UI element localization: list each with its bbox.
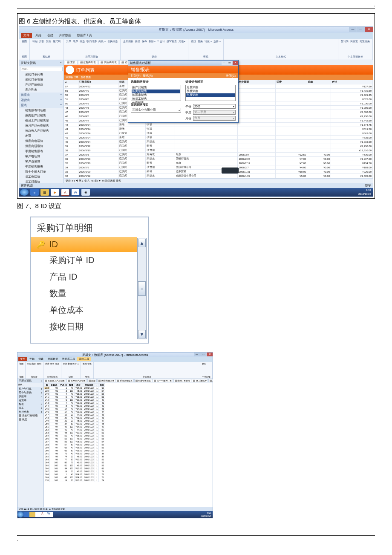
start-button[interactable] — [20, 189, 29, 196]
s3-row[interactable]: 247931920¥7.002006/1/22-145 — [44, 413, 105, 416]
spelling-button[interactable]: 拼写检查 — [167, 40, 177, 43]
taskbar-access-icon[interactable]: A — [61, 189, 69, 196]
new-button[interactable]: 新建 — [135, 40, 140, 43]
nav-item[interactable]: 产品详细信息 — [19, 82, 63, 87]
s3-search-input[interactable]: 搜索... — [18, 383, 43, 387]
s3-record-nav[interactable]: 记录: ⏮ ◀ 第 1 项(共 55 项) ▶ ⏭ 无筛选器 搜索 — [19, 508, 65, 510]
nav-item[interactable]: 年度销售报表 — [19, 164, 63, 169]
paste-button[interactable]: 粘贴 — [32, 40, 37, 43]
taskbar-media-icon[interactable]: ▶ — [51, 189, 59, 196]
nav-item[interactable]: 客户通讯簿 — [19, 159, 63, 164]
s3-tab-tabletools[interactable]: 表格工具 — [77, 357, 91, 361]
dialog-close-button[interactable]: ✕ — [233, 61, 238, 65]
nav-header[interactable]: 罗斯文贸易 — [21, 61, 36, 65]
sort-asc-button[interactable]: 升序 — [66, 40, 71, 43]
field-list-scrollbar[interactable]: ▲ ≡ ▼ — [137, 238, 147, 339]
s3-row[interactable]: 2701031920¥10.002006/1/22-174 — [44, 479, 105, 482]
find-button[interactable]: 查找 — [191, 40, 196, 43]
s3-navitem[interactable]: ▦ 采购订单明细 — [17, 414, 43, 418]
add-order-link[interactable]: 添加新订单 — [66, 76, 78, 78]
maximize-button-2[interactable]: ▭ — [200, 353, 206, 356]
nav-item[interactable]: 按月产品分类销售 — [19, 123, 63, 128]
close-button[interactable]: ✕ — [365, 27, 373, 32]
copy-button[interactable]: 复制 — [46, 40, 51, 43]
s3-row[interactable]: 24191540¥16.002006/1/22-156 — [44, 396, 105, 399]
s3-row[interactable]: 262997420¥8.002006/1/22-139 — [44, 455, 105, 458]
s3-tb-access[interactable]: A — [41, 512, 47, 517]
s3-doctab[interactable]: ▦ 按类别产品销售 — [66, 379, 86, 382]
s3-row[interactable]: 248932040¥61.002006/1/22-146 — [44, 416, 105, 419]
s3-tb-ie[interactable] — [23, 512, 29, 517]
format-painter-button[interactable]: 格式刷 — [53, 40, 61, 43]
advanced-button[interactable]: 高级 ▾ — [98, 40, 106, 43]
s3-row[interactable]: 252944140¥7.002006/1/22-150 — [44, 428, 105, 431]
s3-row[interactable]: 246931740¥29.002006/1/22-144 — [44, 410, 105, 413]
taskbar-word-icon[interactable]: W — [71, 189, 80, 196]
s3-row[interactable]: 263997760¥10.002006/1/22-151 — [44, 458, 105, 461]
field-item[interactable]: 🔑ID — [31, 237, 137, 252]
s3-row[interactable]: 26610134100¥10.002006/1/22-182 — [44, 467, 105, 470]
convert-button[interactable]: 简繁转换 — [360, 40, 370, 43]
nav-item[interactable]: 供应商通讯簿 — [19, 144, 63, 149]
field-item[interactable]: 数量 — [31, 285, 137, 302]
nav-item[interactable]: 库存列表 — [19, 87, 63, 92]
s3-row[interactable]: 23890140¥14.002006/1/22-160 — [44, 387, 105, 390]
s3-row[interactable]: 2641008075¥3.002006/1/22-152 — [44, 461, 105, 464]
replace-button[interactable]: 替换 — [198, 40, 203, 43]
s3-tb-explorer[interactable] — [29, 512, 35, 517]
s3-tb-word[interactable]: W — [47, 512, 53, 517]
s3-navgrp[interactable]: 供应商¤ — [17, 395, 43, 399]
trad2simp-button[interactable]: 繁转简 — [341, 40, 349, 43]
nav-item[interactable]: 客户电话簿 — [19, 154, 63, 159]
more-button[interactable]: 其他 ▾ — [179, 40, 186, 43]
s3-row[interactable]: 259976540¥16.002006/1/22-156 — [44, 446, 105, 449]
nav-item[interactable]: 发票 — [19, 133, 63, 139]
record-navigator[interactable]: 记录: ⏮ ◀ 第 1 项(共 48 项) ▶ ⏭ 无筛选器 搜索 — [64, 178, 373, 183]
s3-row[interactable]: 2519440120¥14.002006/1/22-149 — [44, 425, 105, 428]
field-item[interactable]: 接收日期 — [31, 318, 137, 335]
table-row[interactable]: 342006/2/6已关闭张 雪眉国顶有限公司2006/2/7¥4.00¥0.0… — [64, 165, 373, 170]
s3-navgrp[interactable]: 支持对象¤ — [17, 410, 43, 414]
nav-item[interactable]: 销售报表对话框 — [19, 108, 63, 113]
nav-item[interactable]: 采购订单列表 — [19, 72, 63, 77]
minimize-button[interactable]: — — [349, 27, 357, 32]
s3-tab-external[interactable]: 外部数据 — [46, 357, 60, 361]
s3-row[interactable]: 239913100¥8.002006/1/22-154 — [44, 390, 105, 393]
scroll-down-button[interactable]: ▼ — [138, 330, 146, 338]
s3-tab-home[interactable]: 开始 — [28, 357, 36, 361]
s3-tab-file[interactable]: 文件 — [18, 357, 27, 361]
scroll-thumb[interactable]: ≡ — [138, 281, 146, 296]
s3-row[interactable]: 260986680¥13.002006/1/22-157 — [44, 449, 105, 452]
table-row[interactable]: 362006/2/23已关闭郑 建杰国银行贸易2006/2/25¥7.00¥0.… — [64, 157, 373, 161]
taskbar-app-icon[interactable]: ❀ — [81, 189, 90, 196]
table-row[interactable]: 352006/2/10已关闭李 芳东旗2006/2/12¥7.00¥0.00¥1… — [64, 161, 373, 165]
table-row[interactable]: 402006/3/24已关闭郑 建杰¥1,015.00 — [64, 140, 373, 144]
field-list[interactable]: 🔑ID采购订单 ID产品 ID数量单位成本接收日期 — [31, 237, 137, 340]
s3-row[interactable]: 24492840¥30.002006/1/22-142 — [44, 405, 105, 408]
preview-button[interactable]: 预览(R) — [143, 74, 153, 77]
s3-navgrp[interactable]: 报表¤ — [17, 402, 43, 406]
minimize-button-2[interactable]: — — [194, 353, 200, 356]
tab-external-data[interactable]: 外部数据 — [57, 33, 74, 38]
s3-tb-media[interactable] — [35, 512, 41, 517]
s3-row[interactable]: 242926100¥19.002006/1/22-140 — [44, 399, 105, 402]
s3-row[interactable]: 24392740¥22.002006/1/22-141 — [44, 402, 105, 405]
select-button[interactable]: 选择 ▾ — [213, 40, 221, 43]
remove-sort-button[interactable]: 取消排序 — [86, 40, 97, 43]
s3-doctab[interactable]: ▦ 员工通讯簿 — [192, 379, 208, 382]
save-button[interactable]: 保存 — [142, 40, 147, 43]
filter-button[interactable]: 筛选 — [80, 40, 85, 43]
scroll-up-button[interactable]: ▲ — [138, 239, 146, 247]
datasheet-grid[interactable]: ID采购订·产品 ID数量单位·接收日期·库存23890140¥14.00200… — [44, 383, 213, 482]
tab-database-tools[interactable]: 数据库工具 — [75, 33, 95, 38]
totals-button[interactable]: Σ 合计 — [157, 40, 164, 43]
tab-home[interactable]: 开始 — [33, 33, 44, 38]
s3-doctab[interactable]: ▦ 采购订单明细 — [173, 379, 191, 382]
doctab[interactable]: ▦ 主页 — [65, 60, 78, 64]
field-item[interactable]: 单位成本 — [31, 302, 137, 318]
nav-item[interactable]: 前十个最大订单 — [19, 169, 63, 174]
s3-row[interactable]: 245921440¥17.002006/1/22-143 — [44, 408, 105, 410]
s3-row[interactable]: 268102140¥14.002006/1/22-178 — [44, 473, 105, 476]
simp2trad-button[interactable]: 简转繁 — [350, 40, 358, 43]
s3-navgrp[interactable]: 员工¤ — [17, 406, 43, 410]
